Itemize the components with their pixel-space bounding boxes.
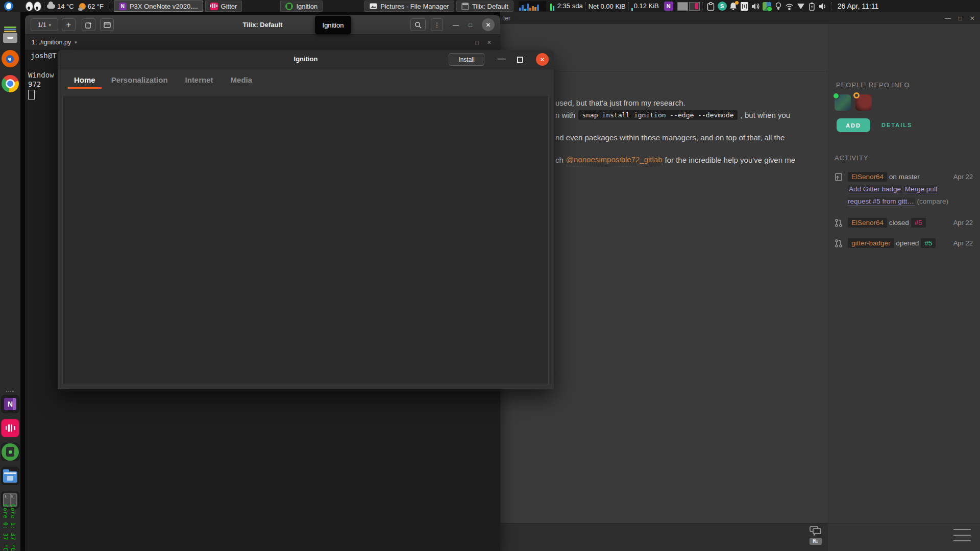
workspace-pager — [677, 2, 700, 11]
taskbar-tooltip: Ignition — [315, 16, 351, 34]
close-button[interactable]: ✕ — [536, 53, 549, 66]
taskbar-label: Pictures - File Manager — [380, 3, 449, 10]
taskbar-label: Ignition — [296, 3, 317, 10]
taskbar-button-tilix[interactable]: Tilix: Default — [456, 1, 513, 12]
ignition-titlebar: Ignition Install — ✕ — [58, 50, 554, 69]
plus-icon: + — [66, 20, 71, 30]
disk-monitor-applet[interactable]: 2:35 sda — [550, 2, 583, 11]
workspace-2[interactable] — [689, 2, 700, 11]
maximize-button[interactable]: □ — [469, 22, 472, 28]
terminal-maximize-icon[interactable]: □ — [475, 39, 479, 46]
session-count: 1/1 — [38, 21, 46, 29]
tray-clipboard[interactable] — [705, 1, 717, 12]
tab-home[interactable]: Home — [68, 71, 102, 89]
minimize-button[interactable]: — — [498, 54, 506, 63]
sidebar-collapse-handle[interactable] — [953, 529, 971, 546]
close-button[interactable]: ✕ — [482, 18, 495, 31]
search-icon — [414, 21, 422, 29]
dock-item-onenote[interactable]: N — [1, 395, 19, 413]
activity-date: Apr 22 — [953, 171, 973, 183]
markdown-toggle-icon[interactable]: M↓ — [810, 538, 822, 545]
dock-item-archive[interactable] — [2, 27, 19, 44]
net-monitor-applet[interactable]: Net 0.00 KiB — [589, 3, 626, 10]
taskbar-label: Gitter — [221, 3, 237, 10]
compare-link[interactable]: (compare) — [917, 197, 949, 205]
add-people-button[interactable]: ADD — [837, 118, 870, 132]
chevron-down-icon[interactable]: ▾ — [75, 40, 77, 45]
dock: N $_$_ Core 0: 37 °C Core 1: 37 °C — [0, 12, 20, 551]
details-link[interactable]: DETAILS — [881, 122, 912, 128]
disk-bar — [550, 4, 552, 11]
app-menu-icon — [4, 2, 13, 11]
tab-internet[interactable]: Internet — [179, 71, 219, 89]
menu-kebab-button[interactable]: ⋮ — [431, 18, 443, 31]
minimize-button[interactable]: — — [453, 21, 459, 29]
cpu-graph-applet[interactable] — [519, 1, 546, 11]
notification-badge — [735, 1, 739, 5]
gitter-close-button[interactable]: ✕ — [970, 15, 975, 22]
tray-volume2[interactable] — [818, 1, 829, 12]
app-menu-button[interactable] — [4, 2, 13, 11]
taskbar-button-file-manager[interactable]: Pictures - File Manager — [364, 1, 454, 12]
terminal-split-icon — [104, 22, 111, 28]
net-monitor2-applet[interactable]: 0.12 KiB — [631, 2, 659, 11]
tab-people[interactable]: PEOPLE — [836, 81, 866, 89]
terminal-close-icon[interactable]: ✕ — [487, 39, 492, 46]
activity-user[interactable]: ElSenor64 — [848, 218, 887, 228]
tab-media[interactable]: Media — [225, 71, 259, 89]
commit-link[interactable]: Add Gitter badge — [848, 185, 902, 193]
activity-user[interactable]: ElSenor64 — [848, 172, 887, 182]
dock-item-gitter[interactable] — [1, 419, 19, 437]
tab-repo-info[interactable]: REPO INFO — [869, 81, 910, 89]
activity-action: opened — [896, 239, 919, 247]
taskbar-button-ignition[interactable]: Ignition — [280, 1, 323, 12]
tray-soundcard[interactable] — [739, 1, 750, 12]
workspace-1[interactable] — [677, 2, 688, 11]
tab-personalization[interactable]: Personalization — [105, 71, 174, 89]
session-switcher-button[interactable]: 1/1 ▾ — [31, 18, 58, 31]
tray-station[interactable]: S — [717, 1, 728, 12]
maximize-button[interactable] — [517, 57, 523, 63]
gitter-minimize-button[interactable]: — — [945, 15, 951, 22]
taskbar-button-onenote[interactable]: N P3X OneNote v2020.... — [114, 1, 203, 12]
dock-item-ignition[interactable] — [1, 443, 19, 461]
tray-network[interactable] — [795, 1, 806, 12]
new-terminal-down-button[interactable] — [100, 18, 114, 31]
terminal-cursor — [28, 90, 35, 99]
station-icon: S — [718, 2, 727, 11]
terminal-tab[interactable]: 1: ./ignition.py — [32, 39, 71, 46]
chat-mode-icon[interactable] — [810, 525, 822, 536]
onenote-icon: N — [4, 398, 16, 410]
wifi-signal-icon — [785, 3, 794, 10]
terminal-icon — [461, 3, 469, 10]
tray-redshift[interactable] — [773, 1, 784, 12]
net-bar — [631, 8, 633, 11]
tray-maps[interactable] — [762, 1, 773, 12]
onenote-letter: N — [8, 400, 13, 408]
activity-user[interactable]: gitter-badger — [848, 238, 894, 248]
dock-item-firefox[interactable] — [2, 50, 19, 67]
tray-power[interactable] — [806, 1, 818, 12]
gitter-maximize-button[interactable]: □ — [959, 15, 962, 22]
tray-notifications[interactable] — [728, 1, 739, 12]
clock[interactable]: 26 Apr, 11:11 — [838, 2, 878, 10]
weather-fahrenheit[interactable]: 62 °F — [79, 3, 104, 10]
tray-onenote[interactable]: N — [664, 2, 673, 11]
tray-wifi-hotspot[interactable] — [784, 1, 795, 12]
dock-item-chrome[interactable] — [2, 75, 19, 92]
folder-icon — [3, 471, 17, 483]
issue-ref-closed[interactable]: #5 — [911, 218, 926, 228]
install-button[interactable]: Install — [449, 53, 484, 66]
issue-ref-open[interactable]: #5 — [921, 238, 936, 248]
new-terminal-right-button[interactable] — [82, 18, 95, 31]
weather-celsius[interactable]: 14 °C — [47, 3, 74, 10]
chat-input-bar[interactable]: M↓ — [500, 523, 828, 551]
taskbar-button-gitter[interactable]: Gitter — [205, 1, 242, 12]
new-session-button[interactable]: + — [62, 18, 76, 31]
ignition-robot-icon — [285, 3, 293, 10]
dock-item-file-manager[interactable] — [1, 467, 19, 485]
tray-volume[interactable] — [750, 1, 762, 12]
user-mention-link[interactable]: @nonoesimposible72_gitlab — [566, 155, 663, 164]
chat-text: , but when you — [741, 111, 791, 119]
search-button[interactable] — [410, 18, 426, 31]
